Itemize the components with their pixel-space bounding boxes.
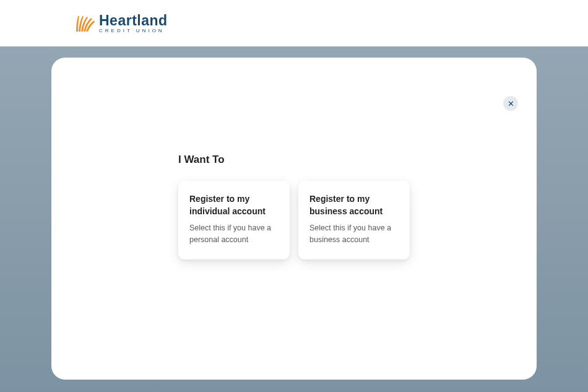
modal-heading: I Want To bbox=[178, 154, 509, 166]
modal-content: I Want To Register to my individual acco… bbox=[178, 154, 509, 259]
logo: Heartland CREDIT UNION bbox=[74, 14, 168, 33]
card-container: Register to my individual account Select… bbox=[178, 181, 509, 259]
close-button[interactable]: ✕ bbox=[503, 96, 518, 111]
card-description: Select this if you have a business accou… bbox=[309, 222, 399, 246]
logo-main-text: Heartland bbox=[99, 14, 168, 28]
logo-text: Heartland CREDIT UNION bbox=[99, 14, 168, 33]
card-title: Register to my business account bbox=[309, 193, 399, 217]
close-icon: ✕ bbox=[508, 100, 514, 108]
backdrop: ✕ I Want To Register to my individual ac… bbox=[0, 46, 588, 392]
card-title: Register to my individual account bbox=[189, 193, 279, 217]
business-account-card[interactable]: Register to my business account Select t… bbox=[298, 181, 410, 259]
modal: ✕ I Want To Register to my individual ac… bbox=[51, 58, 537, 380]
individual-account-card[interactable]: Register to my individual account Select… bbox=[178, 181, 290, 259]
logo-sub-text: CREDIT UNION bbox=[99, 28, 168, 33]
card-description: Select this if you have a personal accou… bbox=[189, 222, 279, 246]
logo-icon bbox=[74, 14, 95, 33]
header: Heartland CREDIT UNION bbox=[0, 0, 588, 46]
